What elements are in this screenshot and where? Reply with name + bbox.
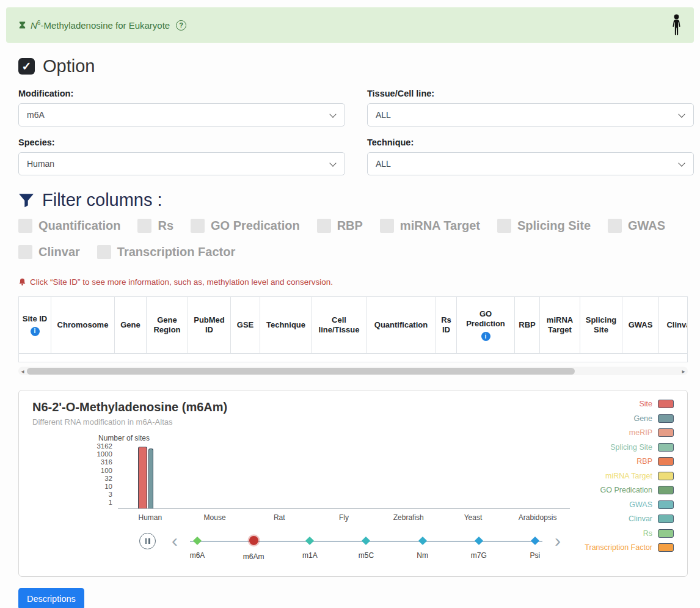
checkbox[interactable] [137, 219, 151, 233]
legend-swatch [658, 400, 674, 408]
diamond-marker-icon[interactable] [362, 537, 370, 545]
checkbox[interactable] [18, 219, 32, 233]
chevron-down-icon [329, 159, 336, 166]
scroll-right-icon[interactable] [679, 368, 688, 375]
legend-item-transcription-factor[interactable]: Transcription Factor [585, 543, 674, 552]
current-marker-icon[interactable] [249, 536, 258, 545]
bar-gene-human[interactable] [148, 449, 153, 508]
checkbox[interactable] [497, 219, 511, 233]
timeline-item-m6a[interactable]: m6A [184, 537, 211, 561]
timeline-prev-icon[interactable] [172, 535, 178, 546]
filter-heading-label: Filter columns : [42, 190, 162, 210]
column-header-cell-line-tissue: Cell line/Tissue [312, 297, 366, 353]
filter-item-go-predication[interactable]: GO Predication [191, 219, 300, 233]
descriptions-button[interactable]: Descriptions [18, 588, 84, 608]
category-mouse [183, 445, 247, 508]
main-content: Option Modification: m6A Tissue/Cell lin… [18, 56, 694, 608]
column-header-site-id: Site ID [19, 297, 51, 353]
scrollbar-thumb[interactable] [27, 368, 575, 375]
species-label: Species: [18, 137, 345, 147]
legend-item-site[interactable]: Site [639, 400, 674, 408]
legend-item-mirna-target[interactable]: miRNA Target [605, 472, 674, 480]
bar-chart: Number of sites 3162 1000 316 100 32 10 … [85, 434, 570, 522]
option-heading: Option [18, 56, 694, 76]
legend-swatch [658, 500, 674, 509]
info-icon[interactable] [31, 327, 40, 336]
scroll-left-icon[interactable] [18, 368, 27, 375]
info-icon[interactable] [481, 332, 490, 341]
chart-subtitle: Different RNA modification in m6A-Altas [32, 417, 674, 427]
horizontal-scrollbar[interactable] [18, 367, 688, 375]
chevron-down-icon [678, 111, 685, 117]
timeline-item-psi[interactable]: Psi [522, 537, 549, 561]
legend-swatch [658, 457, 674, 466]
tissue-select[interactable]: ALL [367, 103, 694, 126]
diamond-marker-icon[interactable] [475, 537, 483, 545]
column-header-mirna-target: miRNA Target [539, 297, 580, 353]
filter-item-quantification[interactable]: Quantification [18, 219, 120, 233]
legend-item-gwas[interactable]: GWAS [629, 500, 674, 509]
checkbox-icon [18, 58, 35, 75]
filter-item-mirna-target[interactable]: miRNA Target [380, 219, 480, 233]
technique-field: Technique: ALL [367, 126, 694, 175]
hourglass-icon [18, 21, 26, 29]
legend-item-merip[interactable]: meRIP [629, 428, 674, 437]
timeline-next-icon[interactable] [555, 535, 561, 546]
legend-swatch [658, 414, 674, 423]
y-axis-ticks: 3162 1000 316 100 32 10 3 1 [85, 443, 118, 507]
filter-item-rs[interactable]: Rs [137, 219, 173, 233]
timeline-item-m6am-current[interactable]: m6Am [240, 537, 267, 561]
technique-select[interactable]: ALL [367, 152, 694, 175]
y-axis-label: Number of sites [98, 434, 570, 442]
diamond-marker-icon[interactable] [305, 537, 314, 545]
category-arabidopsis [505, 445, 570, 508]
legend-item-gene[interactable]: Gene [633, 414, 674, 423]
timeline-item-m7g[interactable]: m7G [465, 537, 492, 561]
column-header-clinvar: Clinvar [658, 297, 688, 353]
legend-item-rs[interactable]: Rs [643, 529, 674, 538]
checkbox[interactable] [191, 219, 205, 233]
x-axis-labels: Human Mouse Rat Fly Zebrafish Yeast Arab… [118, 509, 570, 522]
checkbox[interactable] [97, 245, 111, 259]
diamond-marker-icon[interactable] [418, 537, 427, 545]
diamond-marker-icon[interactable] [531, 537, 539, 545]
timeline-item-nm[interactable]: Nm [409, 537, 436, 561]
legend-item-rbp[interactable]: RBP [636, 457, 674, 466]
banner-title: N6-Methyladenosine for Eukaryote [18, 20, 186, 31]
chart-panel: N6-2'-O-Methyladenosine (m6Am) Different… [18, 390, 688, 577]
column-header-gwas: GWAS [622, 297, 658, 353]
person-icon[interactable] [671, 14, 682, 36]
timeline-item-m1a[interactable]: m1A [296, 537, 323, 561]
filter-item-clinvar[interactable]: Clinvar [18, 245, 80, 259]
column-header-splicing-site: Splicing Site [580, 297, 622, 353]
modification-label: Modification: [18, 89, 345, 98]
legend-item-splicing-site[interactable]: Splicing Site [610, 443, 674, 452]
option-heading-label: Option [43, 56, 95, 76]
banner-title-text: N6-Methyladenosine for Eukaryote [31, 20, 170, 31]
column-header-go-prediction: GO Prediction [456, 297, 514, 353]
filter-item-splicing-site[interactable]: Splicing Site [497, 219, 591, 233]
filter-item-gwas[interactable]: GWAS [608, 219, 665, 233]
scrollbar-track[interactable] [27, 367, 679, 375]
checkbox[interactable] [380, 219, 394, 233]
column-header-technique: Technique [260, 297, 312, 353]
pause-button[interactable] [139, 533, 156, 549]
table-header-row: Site ID Chromosome Gene Gene Region PubM… [19, 297, 687, 354]
results-table: Site ID Chromosome Gene Gene Region PubM… [18, 296, 688, 362]
filter-item-rbp[interactable]: RBP [317, 219, 363, 233]
filter-item-transcription-factor[interactable]: Transcription Factor [97, 245, 235, 259]
legend-item-clinvar[interactable]: Clinvar [629, 515, 674, 523]
modification-select[interactable]: m6A [18, 103, 345, 126]
diamond-marker-icon[interactable] [193, 537, 202, 545]
notice-text: Click “Site ID” to see more information,… [30, 277, 333, 287]
help-icon[interactable] [176, 20, 186, 31]
checkbox[interactable] [317, 219, 331, 233]
column-header-gene-region: Gene Region [146, 297, 188, 353]
timeline-item-m5c[interactable]: m5C [352, 537, 379, 561]
species-select[interactable]: Human [18, 152, 345, 175]
checkbox[interactable] [18, 245, 32, 259]
column-header-rbp: RBP [514, 297, 539, 353]
checkbox[interactable] [608, 219, 622, 233]
bar-site-human[interactable] [138, 447, 147, 508]
legend-item-go-predication[interactable]: GO Predication [600, 486, 674, 494]
